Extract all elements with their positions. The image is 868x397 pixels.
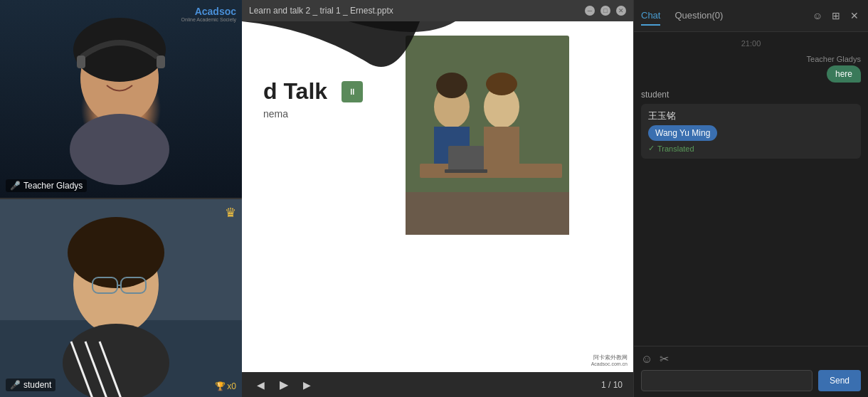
close-button[interactable]: ✕ xyxy=(616,6,626,16)
close-chat-icon[interactable]: ✕ xyxy=(848,9,861,22)
tab-chat[interactable]: Chat xyxy=(641,6,660,26)
svg-point-4 xyxy=(70,114,169,185)
chat-header: Chat Question(0) ☺ ⊞ ✕ xyxy=(634,0,868,32)
student-label: 🎤 student xyxy=(6,379,55,391)
presentation-titlebar: Learn and talk 2 _ trial 1 _ Ernest.pptx… xyxy=(242,0,633,21)
student-video-bg: ♛ 🎤 student 🏆 x0 xyxy=(0,199,242,397)
slide-area: d Talk ⏸ nema 阿卡索外教网 Acadsoc.com.cn xyxy=(242,21,633,372)
scissors-button[interactable]: ✂ xyxy=(660,352,669,366)
chat-input-row: Send xyxy=(641,370,861,391)
teacher-face-svg xyxy=(0,0,242,198)
chat-input-toolbar: ☺ ✂ xyxy=(641,352,861,366)
slide-navigation: ◀ ▶ ▶ xyxy=(253,377,315,393)
student-face-svg xyxy=(0,199,242,397)
student-video-feed: ♛ 🎤 student 🏆 x0 xyxy=(0,199,242,397)
student-section-label: student xyxy=(641,90,861,100)
translated-label: Translated xyxy=(657,144,694,153)
emoji-button[interactable]: ☺ xyxy=(641,353,652,366)
send-button[interactable]: Send xyxy=(818,370,861,391)
chat-tabs: Chat Question(0) xyxy=(641,6,723,26)
svg-rect-3 xyxy=(157,55,165,68)
smiley-icon[interactable]: ☺ xyxy=(811,9,824,22)
tab-question[interactable]: Question(0) xyxy=(674,6,723,26)
slide-watermark: 阿卡索外教网 Acadsoc.com.cn xyxy=(591,354,628,366)
minimize-button[interactable]: ─ xyxy=(585,6,595,16)
slide-background-svg xyxy=(242,21,633,372)
student-message-box: 王玉铭 Wang Yu Ming ✓ Translated xyxy=(641,104,861,159)
teacher-video-feed: Acadsoc Online Academic Society 🎤 xyxy=(0,0,242,199)
slide-pause-button[interactable]: ⏸ xyxy=(342,81,363,102)
trophy-badge: 🏆 x0 xyxy=(215,381,236,391)
teacher-label: 🎤 Teacher Gladys xyxy=(6,179,87,192)
teacher-message-bubble: here xyxy=(827,65,861,83)
chat-panel: Chat Question(0) ☺ ⊞ ✕ 21:00 Teacher Gla… xyxy=(633,0,868,397)
next-slide-button[interactable]: ▶ xyxy=(299,377,315,393)
translated-badge: ✓ Translated xyxy=(648,144,854,153)
prev-slide-button[interactable]: ◀ xyxy=(253,377,269,393)
svg-rect-2 xyxy=(77,55,85,68)
titlebar-title: Learn and talk 2 _ trial 1 _ Ernest.pptx xyxy=(249,6,393,16)
slide-title-text: d Talk xyxy=(263,78,327,105)
slide-counter: 1 / 10 xyxy=(601,380,623,390)
maximize-button[interactable]: □ xyxy=(600,6,610,16)
window-controls: ─ □ ✕ xyxy=(585,6,626,16)
left-panel: Acadsoc Online Academic Society 🎤 xyxy=(0,0,242,397)
chat-header-icons: ☺ ⊞ ✕ xyxy=(811,9,861,22)
check-icon: ✓ xyxy=(648,144,655,153)
trophy-icon: 🏆 xyxy=(215,381,226,391)
chat-input-field[interactable] xyxy=(641,370,813,391)
svg-rect-23 xyxy=(420,164,562,178)
svg-point-18 xyxy=(436,73,467,98)
slide-controls: ◀ ▶ ▶ 1 / 10 xyxy=(242,372,633,397)
svg-point-8 xyxy=(68,217,164,288)
mic-icon-student: 🎤 xyxy=(10,380,21,390)
chat-time: 21:00 xyxy=(641,39,861,48)
chat-input-area: ☺ ✂ Send xyxy=(634,346,868,397)
slide-watermark-url: Acadsoc.com.cn xyxy=(591,361,628,366)
svg-rect-24 xyxy=(448,146,484,171)
slide-title-area: d Talk ⏸ nema xyxy=(263,78,363,120)
svg-point-21 xyxy=(486,73,517,95)
slide-content: d Talk ⏸ nema 阿卡索外教网 Acadsoc.com.cn xyxy=(242,21,633,372)
play-button[interactable]: ▶ xyxy=(280,378,288,391)
chat-messages: 21:00 Teacher Gladys here student 王玉铭 Wa… xyxy=(634,32,868,346)
teacher-message: Teacher Gladys here xyxy=(641,55,861,83)
slide-watermark-cn: 阿卡索外教网 xyxy=(591,354,628,361)
presentation-panel: Learn and talk 2 _ trial 1 _ Ernest.pptx… xyxy=(242,0,633,397)
svg-rect-25 xyxy=(445,169,487,173)
expand-icon[interactable]: ⊞ xyxy=(830,9,842,22)
teacher-message-sender: Teacher Gladys xyxy=(807,55,861,63)
svg-rect-26 xyxy=(406,192,569,235)
slide-subtitle-text: nema xyxy=(263,108,363,120)
student-translated-text: Wang Yu Ming xyxy=(648,125,717,141)
mic-icon: 🎤 xyxy=(10,181,21,191)
crown-icon: ♛ xyxy=(225,205,236,221)
student-chinese-text: 王玉铭 xyxy=(648,110,854,122)
teacher-video-bg: Acadsoc Online Academic Society 🎤 xyxy=(0,0,242,198)
